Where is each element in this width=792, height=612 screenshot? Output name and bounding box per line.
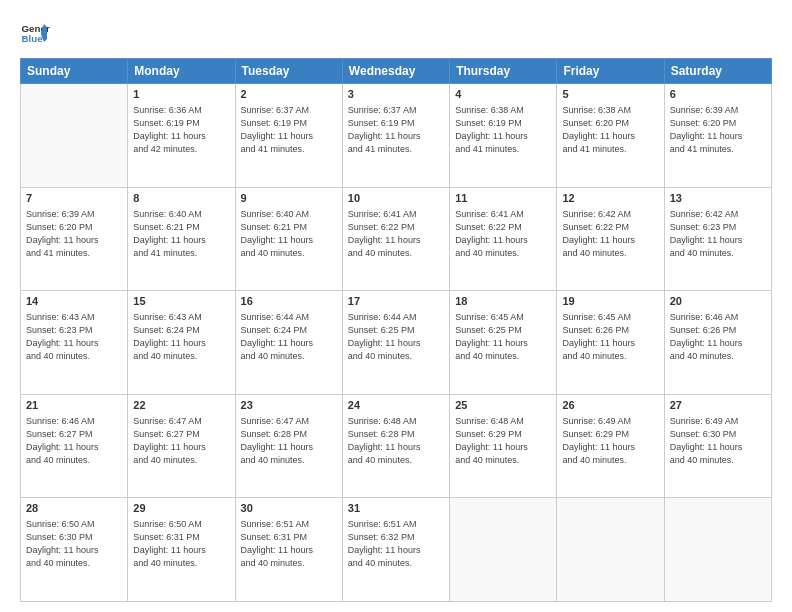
calendar-cell: 28Sunrise: 6:50 AM Sunset: 6:30 PM Dayli… (21, 498, 128, 602)
day-info: Sunrise: 6:47 AM Sunset: 6:27 PM Dayligh… (133, 415, 229, 467)
calendar-cell: 1Sunrise: 6:36 AM Sunset: 6:19 PM Daylig… (128, 84, 235, 188)
logo: General Blue (20, 18, 50, 48)
day-info: Sunrise: 6:46 AM Sunset: 6:26 PM Dayligh… (670, 311, 766, 363)
day-number: 27 (670, 398, 766, 414)
page: General Blue SundayMondayTuesdayWednesda… (0, 0, 792, 612)
day-info: Sunrise: 6:45 AM Sunset: 6:25 PM Dayligh… (455, 311, 551, 363)
calendar-cell: 6Sunrise: 6:39 AM Sunset: 6:20 PM Daylig… (664, 84, 771, 188)
day-info: Sunrise: 6:39 AM Sunset: 6:20 PM Dayligh… (670, 104, 766, 156)
day-info: Sunrise: 6:39 AM Sunset: 6:20 PM Dayligh… (26, 208, 122, 260)
day-info: Sunrise: 6:48 AM Sunset: 6:29 PM Dayligh… (455, 415, 551, 467)
day-info: Sunrise: 6:45 AM Sunset: 6:26 PM Dayligh… (562, 311, 658, 363)
day-info: Sunrise: 6:42 AM Sunset: 6:22 PM Dayligh… (562, 208, 658, 260)
day-number: 22 (133, 398, 229, 414)
header: General Blue (20, 18, 772, 48)
col-header-tuesday: Tuesday (235, 59, 342, 84)
calendar-cell: 12Sunrise: 6:42 AM Sunset: 6:22 PM Dayli… (557, 187, 664, 291)
calendar-week-2: 14Sunrise: 6:43 AM Sunset: 6:23 PM Dayli… (21, 291, 772, 395)
col-header-thursday: Thursday (450, 59, 557, 84)
day-info: Sunrise: 6:48 AM Sunset: 6:28 PM Dayligh… (348, 415, 444, 467)
day-info: Sunrise: 6:40 AM Sunset: 6:21 PM Dayligh… (133, 208, 229, 260)
day-info: Sunrise: 6:43 AM Sunset: 6:23 PM Dayligh… (26, 311, 122, 363)
calendar-cell: 8Sunrise: 6:40 AM Sunset: 6:21 PM Daylig… (128, 187, 235, 291)
day-number: 13 (670, 191, 766, 207)
calendar-cell: 9Sunrise: 6:40 AM Sunset: 6:21 PM Daylig… (235, 187, 342, 291)
day-info: Sunrise: 6:50 AM Sunset: 6:31 PM Dayligh… (133, 518, 229, 570)
calendar-week-4: 28Sunrise: 6:50 AM Sunset: 6:30 PM Dayli… (21, 498, 772, 602)
calendar-cell: 21Sunrise: 6:46 AM Sunset: 6:27 PM Dayli… (21, 394, 128, 498)
day-number: 23 (241, 398, 337, 414)
day-number: 14 (26, 294, 122, 310)
calendar-cell: 30Sunrise: 6:51 AM Sunset: 6:31 PM Dayli… (235, 498, 342, 602)
day-info: Sunrise: 6:51 AM Sunset: 6:32 PM Dayligh… (348, 518, 444, 570)
day-info: Sunrise: 6:47 AM Sunset: 6:28 PM Dayligh… (241, 415, 337, 467)
calendar-header-row: SundayMondayTuesdayWednesdayThursdayFrid… (21, 59, 772, 84)
day-number: 24 (348, 398, 444, 414)
calendar-cell (450, 498, 557, 602)
day-number: 8 (133, 191, 229, 207)
day-number: 1 (133, 87, 229, 103)
calendar-cell: 18Sunrise: 6:45 AM Sunset: 6:25 PM Dayli… (450, 291, 557, 395)
day-info: Sunrise: 6:44 AM Sunset: 6:24 PM Dayligh… (241, 311, 337, 363)
day-number: 15 (133, 294, 229, 310)
svg-text:Blue: Blue (22, 33, 44, 44)
col-header-wednesday: Wednesday (342, 59, 449, 84)
calendar-cell: 22Sunrise: 6:47 AM Sunset: 6:27 PM Dayli… (128, 394, 235, 498)
calendar-cell: 19Sunrise: 6:45 AM Sunset: 6:26 PM Dayli… (557, 291, 664, 395)
day-info: Sunrise: 6:36 AM Sunset: 6:19 PM Dayligh… (133, 104, 229, 156)
day-number: 18 (455, 294, 551, 310)
day-number: 28 (26, 501, 122, 517)
day-info: Sunrise: 6:43 AM Sunset: 6:24 PM Dayligh… (133, 311, 229, 363)
col-header-friday: Friday (557, 59, 664, 84)
day-number: 20 (670, 294, 766, 310)
day-info: Sunrise: 6:42 AM Sunset: 6:23 PM Dayligh… (670, 208, 766, 260)
day-info: Sunrise: 6:46 AM Sunset: 6:27 PM Dayligh… (26, 415, 122, 467)
calendar-cell: 2Sunrise: 6:37 AM Sunset: 6:19 PM Daylig… (235, 84, 342, 188)
logo-icon: General Blue (20, 18, 50, 48)
calendar-cell: 20Sunrise: 6:46 AM Sunset: 6:26 PM Dayli… (664, 291, 771, 395)
calendar-cell (557, 498, 664, 602)
day-number: 30 (241, 501, 337, 517)
day-info: Sunrise: 6:49 AM Sunset: 6:30 PM Dayligh… (670, 415, 766, 467)
day-info: Sunrise: 6:41 AM Sunset: 6:22 PM Dayligh… (455, 208, 551, 260)
calendar-cell: 25Sunrise: 6:48 AM Sunset: 6:29 PM Dayli… (450, 394, 557, 498)
day-number: 10 (348, 191, 444, 207)
day-info: Sunrise: 6:50 AM Sunset: 6:30 PM Dayligh… (26, 518, 122, 570)
calendar-week-3: 21Sunrise: 6:46 AM Sunset: 6:27 PM Dayli… (21, 394, 772, 498)
calendar-cell: 16Sunrise: 6:44 AM Sunset: 6:24 PM Dayli… (235, 291, 342, 395)
day-info: Sunrise: 6:40 AM Sunset: 6:21 PM Dayligh… (241, 208, 337, 260)
calendar-cell: 13Sunrise: 6:42 AM Sunset: 6:23 PM Dayli… (664, 187, 771, 291)
calendar-cell: 24Sunrise: 6:48 AM Sunset: 6:28 PM Dayli… (342, 394, 449, 498)
calendar-cell: 11Sunrise: 6:41 AM Sunset: 6:22 PM Dayli… (450, 187, 557, 291)
col-header-sunday: Sunday (21, 59, 128, 84)
day-info: Sunrise: 6:49 AM Sunset: 6:29 PM Dayligh… (562, 415, 658, 467)
calendar-cell: 3Sunrise: 6:37 AM Sunset: 6:19 PM Daylig… (342, 84, 449, 188)
calendar-cell: 27Sunrise: 6:49 AM Sunset: 6:30 PM Dayli… (664, 394, 771, 498)
calendar-cell: 23Sunrise: 6:47 AM Sunset: 6:28 PM Dayli… (235, 394, 342, 498)
day-number: 6 (670, 87, 766, 103)
day-number: 4 (455, 87, 551, 103)
calendar-table: SundayMondayTuesdayWednesdayThursdayFrid… (20, 58, 772, 602)
calendar-cell: 14Sunrise: 6:43 AM Sunset: 6:23 PM Dayli… (21, 291, 128, 395)
day-number: 26 (562, 398, 658, 414)
calendar-cell: 4Sunrise: 6:38 AM Sunset: 6:19 PM Daylig… (450, 84, 557, 188)
day-info: Sunrise: 6:44 AM Sunset: 6:25 PM Dayligh… (348, 311, 444, 363)
day-number: 12 (562, 191, 658, 207)
day-number: 9 (241, 191, 337, 207)
day-number: 7 (26, 191, 122, 207)
day-number: 5 (562, 87, 658, 103)
calendar-cell: 15Sunrise: 6:43 AM Sunset: 6:24 PM Dayli… (128, 291, 235, 395)
day-number: 21 (26, 398, 122, 414)
calendar-cell: 17Sunrise: 6:44 AM Sunset: 6:25 PM Dayli… (342, 291, 449, 395)
day-info: Sunrise: 6:37 AM Sunset: 6:19 PM Dayligh… (348, 104, 444, 156)
calendar-week-0: 1Sunrise: 6:36 AM Sunset: 6:19 PM Daylig… (21, 84, 772, 188)
calendar-cell (664, 498, 771, 602)
day-number: 19 (562, 294, 658, 310)
day-number: 2 (241, 87, 337, 103)
calendar-cell: 26Sunrise: 6:49 AM Sunset: 6:29 PM Dayli… (557, 394, 664, 498)
day-number: 17 (348, 294, 444, 310)
day-info: Sunrise: 6:38 AM Sunset: 6:20 PM Dayligh… (562, 104, 658, 156)
day-info: Sunrise: 6:37 AM Sunset: 6:19 PM Dayligh… (241, 104, 337, 156)
day-info: Sunrise: 6:38 AM Sunset: 6:19 PM Dayligh… (455, 104, 551, 156)
day-number: 11 (455, 191, 551, 207)
